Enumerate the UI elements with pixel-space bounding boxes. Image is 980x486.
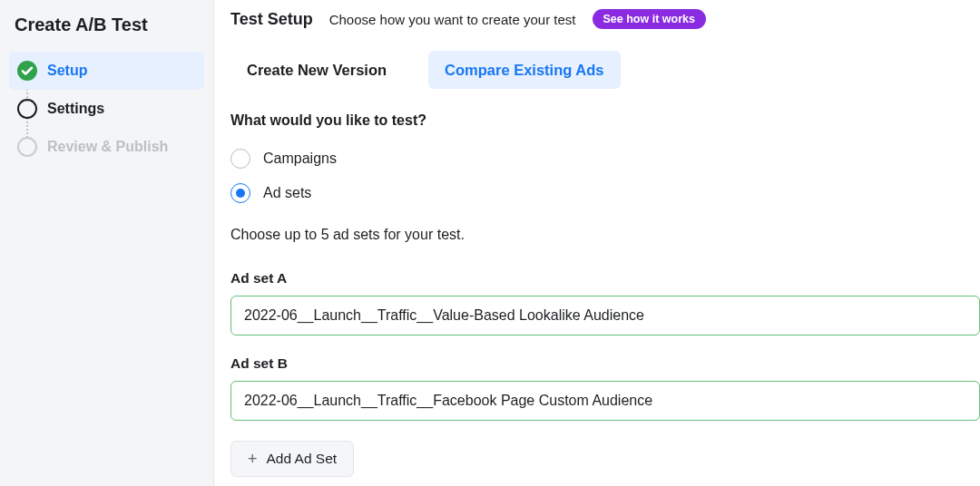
radio-label: Campaigns bbox=[250, 151, 337, 167]
adset-b-value: 2022-06__Launch__Traffic__Facebook Page … bbox=[244, 393, 652, 409]
adset-b-select[interactable]: 2022-06__Launch__Traffic__Facebook Page … bbox=[230, 381, 980, 421]
svg-point-2 bbox=[20, 102, 34, 116]
section-subtitle: Choose how you want to create your test bbox=[329, 12, 576, 27]
sidebar-step-label: Setup bbox=[38, 63, 87, 79]
test-variable-question: What would you like to test? bbox=[230, 112, 980, 129]
adset-b-label: Ad set B bbox=[230, 355, 980, 372]
see-how-it-works-pill[interactable]: See how it works bbox=[593, 9, 706, 29]
sidebar-title: Create A/B Test bbox=[9, 11, 204, 52]
tab-label: Create New Version bbox=[247, 62, 387, 79]
sidebar-step-setup[interactable]: Setup bbox=[9, 52, 204, 90]
ring-icon bbox=[16, 136, 38, 158]
sidebar-step-settings[interactable]: Settings bbox=[9, 90, 204, 128]
adset-a-label: Ad set A bbox=[230, 270, 980, 287]
ring-icon bbox=[16, 98, 38, 120]
radio-icon bbox=[230, 149, 250, 169]
tab-label: Compare Existing Ads bbox=[445, 62, 603, 79]
radio-icon bbox=[230, 183, 250, 203]
main-panel: Test Setup Choose how you want to create… bbox=[214, 0, 980, 486]
pill-label: See how it works bbox=[603, 13, 695, 25]
radio-campaigns[interactable]: Campaigns bbox=[230, 141, 980, 176]
adset-block-b: Ad set B 2022-06__Launch__Traffic__Faceb… bbox=[230, 355, 980, 421]
subtabs: Create New Version Compare Existing Ads bbox=[230, 51, 980, 89]
adset-a-select[interactable]: 2022-06__Launch__Traffic__Value-Based Lo… bbox=[230, 296, 980, 335]
plus-icon: + bbox=[248, 451, 258, 467]
adset-block-a: Ad set A 2022-06__Launch__Traffic__Value… bbox=[230, 270, 980, 335]
sidebar-step-label: Review & Publish bbox=[38, 139, 168, 155]
radio-label: Ad sets bbox=[250, 185, 311, 201]
radio-ad-sets[interactable]: Ad sets bbox=[230, 176, 980, 210]
add-ad-set-button[interactable]: + Add Ad Set bbox=[230, 441, 354, 477]
tab-create-new-version[interactable]: Create New Version bbox=[230, 51, 403, 89]
section-title: Test Setup bbox=[230, 10, 313, 29]
sidebar-step-review-publish[interactable]: Review & Publish bbox=[9, 128, 204, 166]
sidebar: Create A/B Test Setup Settings bbox=[0, 0, 214, 486]
radio-group: Campaigns Ad sets bbox=[230, 141, 980, 210]
adset-a-value: 2022-06__Launch__Traffic__Value-Based Lo… bbox=[244, 307, 644, 324]
tab-compare-existing-ads[interactable]: Compare Existing Ads bbox=[428, 51, 620, 89]
add-ad-set-label: Add Ad Set bbox=[267, 451, 338, 467]
sidebar-step-label: Settings bbox=[38, 101, 104, 117]
header-row: Test Setup Choose how you want to create… bbox=[230, 9, 980, 29]
svg-point-4 bbox=[20, 140, 34, 154]
check-circle-icon bbox=[16, 60, 38, 82]
helper-text: Choose up to 5 ad sets for your test. bbox=[230, 227, 980, 243]
